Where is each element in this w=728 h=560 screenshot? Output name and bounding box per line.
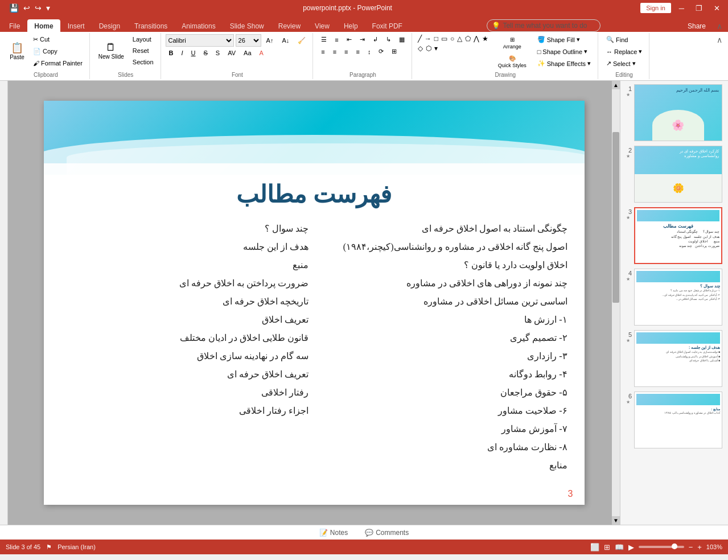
redo-button[interactable]: ↪ [34, 2, 43, 14]
tab-design[interactable]: Design [92, 19, 127, 32]
ribbon-collapse-button[interactable]: ∧ [713, 34, 726, 46]
thumbnail-panel[interactable]: 1 ★ بسم الله الرحمن الرحيم 🌸 2 ★ کارکرد … [620, 81, 728, 525]
change-case-button[interactable]: Aa [240, 48, 254, 58]
increase-indent-button[interactable]: ⇥ [356, 34, 368, 45]
notes-button[interactable]: 📝 Notes [319, 529, 348, 537]
thumb-img-5[interactable]: هدف از این جلسه : ■ توانمندسازی به رعایت… [634, 330, 722, 387]
diamond-shape[interactable]: ◇ [417, 44, 424, 53]
tab-insert[interactable]: Insert [61, 19, 92, 32]
scroll-track[interactable] [612, 89, 620, 516]
numbering-button[interactable]: ≡ [331, 35, 342, 45]
thumb-img-2[interactable]: کارکرد اخلاق حرفه ای درروانشناسی و مشاور… [634, 146, 722, 203]
tell-me-bar[interactable]: 💡 Tell me what you want to do [487, 19, 601, 32]
vertical-scrollbar[interactable]: ▲ ▼ [612, 81, 620, 525]
signin-button[interactable]: Sign in [640, 3, 671, 13]
star-shape[interactable]: ★ [481, 34, 490, 43]
paste-button[interactable]: 📋 Paste [6, 40, 28, 63]
thumbnail-1[interactable]: 1 ★ بسم الله الرحمن الرحيم 🌸 [623, 83, 726, 142]
thumbnail-2[interactable]: 2 ★ کارکرد اخلاق حرفه ای درروانشناسی و م… [623, 145, 726, 204]
normal-view-button[interactable]: ⬜ [590, 543, 599, 551]
scroll-down-button[interactable]: ▼ [612, 516, 620, 525]
tab-transitions[interactable]: Transitions [127, 19, 174, 32]
underline-button[interactable]: U [188, 48, 199, 58]
decrease-font-button[interactable]: A↓ [278, 35, 293, 46]
copy-button[interactable]: 📄 Copy [30, 46, 86, 57]
replace-button[interactable]: ↔ Replace ▾ [603, 46, 645, 57]
reset-button[interactable]: Reset [129, 46, 157, 56]
increase-font-button[interactable]: A↑ [263, 35, 277, 46]
thumb-img-4[interactable]: چند سوال ؟ ۱- درباره اخلاق در شغل خود چه… [634, 269, 722, 326]
strikethrough-button[interactable]: S [200, 48, 211, 58]
rounded-rect-shape[interactable]: ▭ [440, 34, 449, 43]
new-slide-button[interactable]: 🗒 New Slide [94, 40, 128, 62]
zoom-out-button[interactable]: − [689, 543, 693, 551]
scroll-thumb[interactable] [612, 132, 619, 303]
slideshow-button[interactable]: ▶ [628, 543, 634, 551]
line-shape[interactable]: ╱ [417, 34, 423, 43]
find-button[interactable]: 🔍 Find [603, 34, 645, 45]
collapse-ribbon-button[interactable]: ∧ [713, 20, 726, 32]
layout-button[interactable]: Layout [129, 34, 157, 44]
undo-button[interactable]: ↩ [22, 2, 31, 14]
rect-shape[interactable]: □ [433, 34, 439, 43]
decrease-indent-button[interactable]: ⇤ [343, 34, 355, 45]
tab-view[interactable]: View [308, 19, 336, 32]
hexagon-shape[interactable]: ⬡ [425, 44, 433, 53]
tab-home[interactable]: Home [27, 19, 60, 32]
bold-button[interactable]: B [166, 48, 177, 58]
shape-outline-button[interactable]: □ Shape Outline ▾ [534, 46, 594, 57]
rtl-button[interactable]: ↲ [369, 34, 381, 45]
scroll-up-button[interactable]: ▲ [612, 81, 620, 89]
thumb-img-1[interactable]: بسم الله الرحمن الرحيم 🌸 [634, 84, 722, 141]
thumb-img-3[interactable]: فهرست مطالب چند سوال ؟ چگونگی استناد هدف… [634, 207, 722, 264]
format-painter-button[interactable]: 🖌 Format Painter [30, 58, 86, 68]
zoom-slider[interactable] [639, 546, 684, 548]
restore-button[interactable]: ❐ [692, 3, 706, 14]
chevron-shape[interactable]: ⋀ [472, 34, 480, 43]
customize-qa-button[interactable]: ▾ [45, 2, 51, 14]
tab-review[interactable]: Review [272, 19, 307, 32]
slide-sorter-button[interactable]: ⊞ [604, 543, 610, 551]
columns-button[interactable]: ▦ [396, 34, 408, 45]
thumbnail-6[interactable]: 6 ★ منابع : کتاب اخلاق در مشاوره و روانش… [623, 390, 726, 450]
select-button[interactable]: ↗ Select ▾ [603, 58, 645, 69]
more-shapes[interactable]: ▾ [433, 44, 439, 53]
ltr-button[interactable]: ↳ [382, 34, 394, 45]
thumbnail-5[interactable]: 5 ★ هدف از این جلسه : ■ توانمندسازی به ر… [623, 329, 726, 388]
thumbnail-4[interactable]: 4 ★ چند سوال ؟ ۱- درباره اخلاق در شغل خو… [623, 267, 726, 327]
tab-animations[interactable]: Animations [175, 19, 222, 32]
thumbnail-3[interactable]: 3 ★ فهرست مطالب چند سوال ؟ چگونگی استناد… [623, 206, 726, 265]
quick-styles-button[interactable]: 🎨 Quick Styles [494, 53, 530, 71]
share-button[interactable]: Share [681, 19, 713, 32]
zoom-in-button[interactable]: + [697, 543, 702, 551]
text-direction-button[interactable]: ⟳ [375, 46, 387, 57]
cut-button[interactable]: ✂ Cut [30, 34, 86, 45]
arrange-button[interactable]: ⊞ Arrange [494, 34, 530, 52]
justify-button[interactable]: ≡ [353, 47, 363, 57]
save-button[interactable]: 💾 [8, 2, 20, 14]
shape-effects-button[interactable]: ✨ Shape Effects ▾ [534, 58, 594, 69]
tab-help[interactable]: Help [337, 19, 365, 32]
thumb-img-6[interactable]: منابع : کتاب اخلاق در مشاوره و روانشناسی… [634, 392, 722, 448]
tab-slideshow[interactable]: Slide Show [223, 19, 271, 32]
italic-button[interactable]: I [178, 48, 187, 58]
pentagon-shape[interactable]: ⬠ [464, 34, 472, 43]
reading-view-button[interactable]: 📖 [615, 543, 624, 551]
shadow-button[interactable]: S [212, 48, 223, 58]
font-family-select[interactable]: Calibri [166, 34, 234, 47]
font-color-button[interactable]: A [256, 48, 267, 58]
char-spacing-button[interactable]: AV [224, 48, 239, 58]
smart-art-button[interactable]: ⊞ [388, 46, 400, 57]
clear-format-button[interactable]: 🧹 [294, 35, 309, 46]
tab-file[interactable]: File [2, 19, 27, 32]
triangle-shape[interactable]: △ [456, 34, 463, 43]
minimize-button[interactable]: ─ [676, 3, 688, 14]
close-button[interactable]: ✕ [710, 3, 723, 14]
align-right-button[interactable]: ≡ [341, 47, 351, 57]
align-left-button[interactable]: ≡ [318, 47, 328, 57]
shape-fill-button[interactable]: 🪣 Shape Fill ▾ [534, 34, 594, 45]
font-size-select[interactable]: 26 [236, 34, 261, 47]
line-spacing-button[interactable]: ↕ [364, 47, 375, 57]
oval-shape[interactable]: ○ [449, 34, 455, 43]
section-button[interactable]: Section [129, 57, 157, 67]
